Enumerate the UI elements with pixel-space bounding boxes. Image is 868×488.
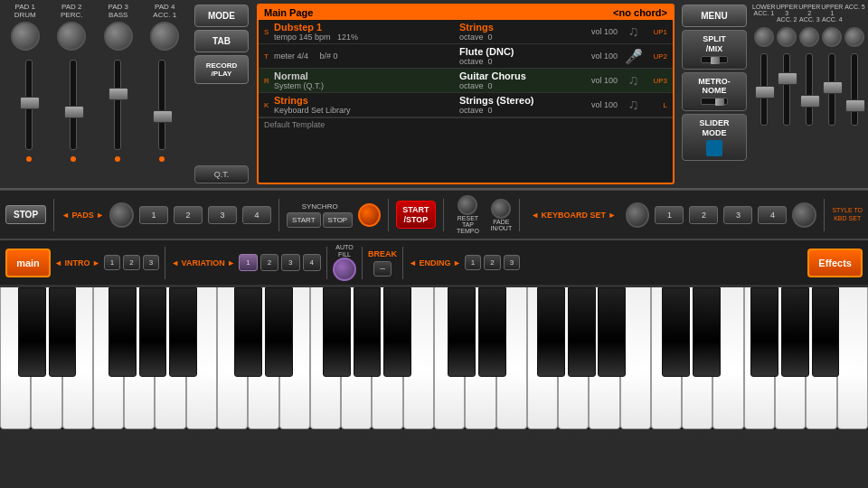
display-row-2[interactable]: T meter 4/4 b/# 0 Flute (DNC) octave 0 v… — [259, 44, 673, 69]
pad3-label: PAD 3BASS — [99, 4, 138, 52]
white-key-b4[interactable] — [837, 287, 868, 429]
display-row-1[interactable]: S Dubstep 1 tempo 145 bpm 121% Strings o… — [259, 20, 673, 44]
variation-btn-1[interactable]: 1 — [239, 254, 257, 271]
fader-handle-2[interactable] — [64, 106, 84, 118]
menu-button[interactable]: MENU — [682, 5, 747, 27]
kbd-btn-3[interactable]: 3 — [723, 206, 752, 224]
slider-mode-button[interactable]: SLIDERMODE — [682, 114, 747, 161]
tap-knob[interactable] — [458, 195, 477, 215]
main-button[interactable]: main — [5, 249, 51, 277]
variation-btn-3[interactable]: 3 — [281, 254, 299, 271]
black-key-gs1[interactable] — [139, 287, 167, 377]
black-key-cs3[interactable] — [448, 287, 476, 377]
pad4-knob[interactable] — [150, 22, 179, 51]
black-key-fs4[interactable] — [750, 287, 778, 377]
black-key-cs2[interactable] — [234, 287, 262, 377]
variation-btn-4[interactable]: 4 — [303, 254, 321, 271]
synchro-knob[interactable] — [358, 203, 381, 227]
variation-btn-2[interactable]: 2 — [260, 254, 278, 271]
tab-button[interactable]: TAB — [194, 30, 249, 52]
auto-fill-knob[interactable] — [333, 258, 356, 281]
pad2-knob[interactable] — [57, 22, 86, 51]
pad-ctrl-btn-1[interactable]: 1 — [139, 206, 168, 224]
fader-handle-1[interactable] — [20, 97, 40, 109]
far-knob-1[interactable] — [754, 27, 774, 47]
display-row-4[interactable]: K Strings Keyboard Set Library Strings (… — [259, 93, 673, 117]
row4-style: Strings (Stereo) octave 0 — [459, 95, 568, 115]
black-key-ds3[interactable] — [478, 287, 506, 377]
row1-indicator: S — [264, 28, 271, 36]
metro-fader[interactable] — [701, 98, 728, 105]
far-handle-1[interactable] — [755, 86, 775, 99]
black-key-fs3[interactable] — [537, 287, 565, 377]
black-key-ds2[interactable] — [265, 287, 293, 377]
far-track-3 — [806, 53, 813, 126]
far-handle-5[interactable] — [845, 99, 865, 112]
far-knob-4[interactable] — [822, 27, 842, 47]
black-key-gs3[interactable] — [568, 287, 596, 377]
kbd-btn-1[interactable]: 1 — [655, 206, 684, 224]
sep-6 — [824, 199, 825, 231]
pad1-knob[interactable] — [11, 22, 40, 51]
fader-led-4 — [159, 156, 165, 162]
black-key-gs2[interactable] — [354, 287, 382, 377]
split-fader-handle — [711, 57, 720, 64]
pad-ctrl-btn-4[interactable]: 4 — [242, 206, 271, 224]
display-row-3[interactable]: R Normal System (Q.T.) Guitar Chorus oct… — [259, 69, 673, 93]
far-handle-4[interactable] — [823, 81, 843, 94]
intro-btn-1[interactable]: 1 — [104, 255, 120, 270]
fade-button[interactable]: FADEIN/OUT — [490, 199, 512, 231]
split-fader[interactable] — [701, 56, 728, 63]
top-section: PAD 1DRUM PAD 2PERC. PAD 3BASS PAD 4ACC.… — [0, 0, 868, 190]
row3-icon: ♫ — [618, 72, 649, 89]
stop-button[interactable]: STOP — [5, 205, 46, 224]
black-key-as4[interactable] — [812, 287, 840, 377]
black-key-cs4[interactable] — [662, 287, 690, 377]
black-key-fs1[interactable] — [108, 287, 137, 377]
black-key-fs2[interactable] — [323, 287, 351, 377]
kbd-btn-2[interactable]: 2 — [689, 206, 718, 224]
split-mix-button[interactable]: SPLIT/MIX — [682, 30, 747, 70]
intro-btn-3[interactable]: 3 — [143, 255, 159, 270]
row3-name: Normal — [274, 70, 459, 81]
qt-button[interactable]: Q.T. — [194, 165, 249, 183]
pad3-knob[interactable] — [104, 22, 133, 51]
metronome-button[interactable]: METRO-NOME — [682, 72, 747, 112]
far-knob-2[interactable] — [777, 27, 797, 47]
kbd-btn-4[interactable]: 4 — [758, 206, 787, 224]
fader-handle-4[interactable] — [153, 110, 173, 123]
kbd-knob-right[interactable] — [792, 202, 816, 228]
black-key-gs4[interactable] — [781, 287, 809, 377]
ending-btn-1[interactable]: 1 — [465, 255, 481, 270]
row4-indicator: K — [264, 101, 271, 109]
far-knob-5[interactable] — [844, 27, 864, 47]
pad-knob-ctrl-1[interactable] — [109, 202, 134, 228]
black-key-as3[interactable] — [598, 287, 626, 377]
effects-button[interactable]: Effects — [807, 249, 863, 277]
black-key-as2[interactable] — [383, 287, 411, 377]
fader-handle-3[interactable] — [108, 88, 128, 100]
far-handle-2[interactable] — [778, 72, 797, 85]
ending-btn-2[interactable]: 2 — [484, 255, 500, 270]
ending-btn-3[interactable]: 3 — [504, 255, 520, 270]
far-handle-3[interactable] — [800, 95, 820, 108]
pad-ctrl-btn-3[interactable]: 3 — [208, 206, 237, 224]
black-key-cs1[interactable] — [18, 287, 46, 377]
pad-ctrl-btn-2[interactable]: 2 — [174, 206, 203, 224]
sep-3 — [388, 199, 389, 231]
left-faders — [2, 55, 188, 173]
black-key-as1[interactable] — [169, 287, 197, 377]
start-stop-button[interactable]: START/STOP — [396, 201, 435, 230]
intro-btn-2[interactable]: 2 — [123, 255, 139, 270]
kbd-knob[interactable] — [626, 202, 650, 228]
reset-tap-group[interactable]: RESETTAP TEMPO — [451, 195, 486, 234]
record-play-button[interactable]: RECORD/PLAY — [194, 55, 249, 84]
black-key-ds4[interactable] — [693, 287, 721, 377]
far-track-4 — [828, 53, 835, 126]
mode-button[interactable]: MODE — [194, 5, 249, 27]
fade-knob[interactable] — [491, 199, 511, 219]
display-screen: Main Page <no chord> S Dubstep 1 tempo 1… — [257, 4, 675, 184]
black-key-ds1[interactable] — [49, 287, 77, 377]
far-knob-3[interactable] — [799, 27, 819, 47]
break-btn[interactable]: ─ — [373, 261, 392, 277]
